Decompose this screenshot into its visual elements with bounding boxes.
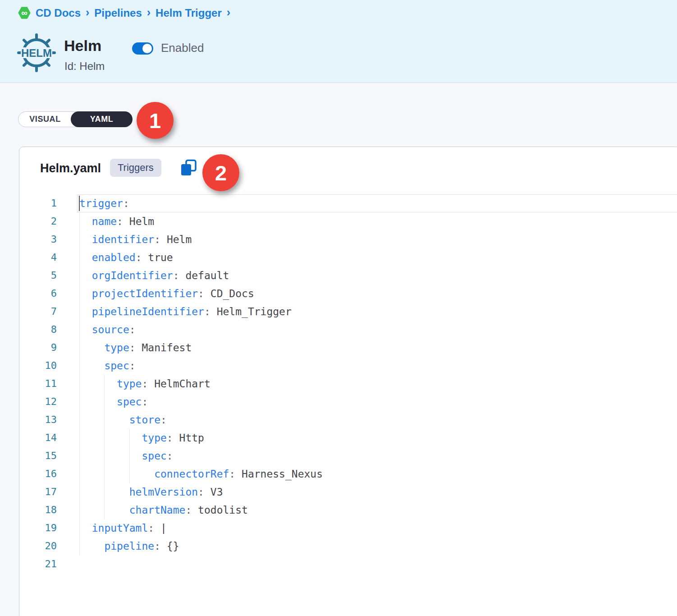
indent-guides (79, 285, 92, 303)
breadcrumb-link-project[interactable]: CD Docs (36, 7, 81, 19)
line-number: 3 (19, 230, 77, 248)
code-text[interactable]: projectIdentifier: CD_Docs (77, 285, 677, 303)
code-line[interactable]: 4enabled: true (19, 248, 677, 267)
indent-guides (79, 411, 129, 429)
copy-icon (180, 159, 198, 178)
text-cursor (79, 196, 80, 211)
line-number: 18 (19, 501, 77, 519)
indent-guides (79, 303, 92, 321)
toggle-knob (142, 43, 153, 54)
page-header: ∞ CD Docs › Pipelines › Helm Trigger › (0, 0, 677, 83)
indent-guides (79, 267, 92, 285)
code-text[interactable]: helmVersion: V3 (77, 483, 677, 501)
line-number: 19 (19, 519, 77, 537)
breadcrumb-link-pipeline[interactable]: Helm Trigger (156, 7, 222, 19)
code-text[interactable]: pipelineIdentifier: Helm_Trigger (77, 303, 677, 321)
code-line[interactable]: 18chartName: todolist (19, 501, 677, 519)
line-number: 7 (19, 303, 77, 321)
chevron-right-icon: › (147, 6, 151, 19)
code-text[interactable]: type: Manifest (77, 339, 677, 357)
code-text[interactable]: identifier: Helm (77, 230, 677, 248)
indent-guides (79, 447, 142, 465)
line-number: 13 (19, 411, 77, 429)
code-line[interactable]: 21 (19, 555, 677, 573)
line-number: 2 (19, 212, 77, 230)
line-number: 21 (19, 555, 77, 573)
code-line[interactable]: 6projectIdentifier: CD_Docs (19, 285, 677, 303)
chevron-right-icon: › (86, 6, 89, 19)
indent-guides (79, 501, 129, 519)
tab-visual[interactable]: VISUAL (18, 112, 72, 127)
triggers-badge: Triggers (110, 159, 161, 177)
indent-guides (79, 537, 104, 555)
code-text[interactable]: source: (77, 321, 677, 339)
enabled-label: Enabled (161, 41, 204, 55)
cd-module-icon: ∞ (18, 7, 31, 19)
indent-guides (79, 429, 142, 447)
code-line[interactable]: 12spec: (19, 393, 677, 411)
code-text[interactable]: orgIdentifier: default (77, 267, 677, 285)
code-text[interactable]: spec: (77, 357, 677, 375)
code-text[interactable]: enabled: true (77, 248, 677, 267)
code-text[interactable]: connectorRef: Harness_Nexus (77, 465, 677, 483)
code-line[interactable]: 13store: (19, 411, 677, 429)
code-text[interactable]: spec: (77, 447, 677, 465)
indent-guides (79, 393, 117, 411)
line-number: 9 (19, 339, 77, 357)
code-text[interactable] (77, 555, 677, 573)
yaml-editor-panel: Helm.yaml Triggers 2 1trigger:2name: Hel… (19, 147, 677, 616)
breadcrumb-link-pipelines[interactable]: Pipelines (94, 7, 142, 19)
tab-yaml[interactable]: YAML (71, 111, 133, 127)
code-text[interactable]: type: HelmChart (77, 375, 677, 393)
yaml-code-area[interactable]: 1trigger:2name: Helm3identifier: Helm4en… (19, 194, 677, 573)
line-number: 10 (19, 357, 77, 375)
code-line[interactable]: 10spec: (19, 357, 677, 375)
annotation-step-2: 2 (202, 154, 239, 191)
line-number: 17 (19, 483, 77, 501)
code-line[interactable]: 1trigger: (19, 194, 677, 212)
annotation-step-1: 1 (137, 102, 174, 139)
indent-guides (79, 248, 92, 267)
copy-yaml-button[interactable] (180, 159, 198, 178)
code-text[interactable]: pipeline: {} (77, 537, 677, 555)
code-line[interactable]: 19inputYaml: | (19, 519, 677, 537)
code-line[interactable]: 17helmVersion: V3 (19, 483, 677, 501)
helm-logo-icon: HELM (17, 33, 56, 74)
line-number: 5 (19, 267, 77, 285)
enabled-toggle[interactable] (132, 42, 153, 55)
code-line[interactable]: 2name: Helm (19, 212, 677, 230)
line-number: 6 (19, 285, 77, 303)
code-line[interactable]: 20pipeline: {} (19, 537, 677, 555)
indent-guides (79, 339, 104, 357)
indent-guides (79, 375, 117, 393)
code-text[interactable]: inputYaml: | (77, 519, 677, 537)
yaml-file-name: Helm.yaml (40, 161, 101, 175)
line-number: 11 (19, 375, 77, 393)
page-title: Helm (64, 37, 101, 55)
helm-logo-text: HELM (21, 47, 52, 59)
code-line[interactable]: 5orgIdentifier: default (19, 267, 677, 285)
code-line[interactable]: 14type: Http (19, 429, 677, 447)
indent-guides (79, 483, 129, 501)
code-line[interactable]: 11type: HelmChart (19, 375, 677, 393)
indent-guides (79, 230, 92, 248)
line-number: 12 (19, 393, 77, 411)
code-line[interactable]: 7pipelineIdentifier: Helm_Trigger (19, 303, 677, 321)
code-line[interactable]: 15spec: (19, 447, 677, 465)
breadcrumb: ∞ CD Docs › Pipelines › Helm Trigger › (18, 6, 230, 19)
indent-guides (79, 519, 92, 537)
code-text[interactable]: name: Helm (77, 212, 677, 230)
code-line[interactable]: 3identifier: Helm (19, 230, 677, 248)
code-line[interactable]: 9type: Manifest (19, 339, 677, 357)
code-text[interactable]: spec: (77, 393, 677, 411)
trigger-detail-page: ∞ CD Docs › Pipelines › Helm Trigger › (0, 0, 677, 616)
code-text[interactable]: chartName: todolist (77, 501, 677, 519)
indent-guides (79, 357, 104, 375)
code-text[interactable]: type: Http (77, 429, 677, 447)
code-text[interactable]: store: (77, 411, 677, 429)
code-line[interactable]: 16connectorRef: Harness_Nexus (19, 465, 677, 483)
code-line[interactable]: 8source: (19, 321, 677, 339)
trigger-id-text: Id: Helm (64, 60, 105, 73)
code-text[interactable]: trigger: (77, 194, 677, 212)
line-number: 20 (19, 537, 77, 555)
